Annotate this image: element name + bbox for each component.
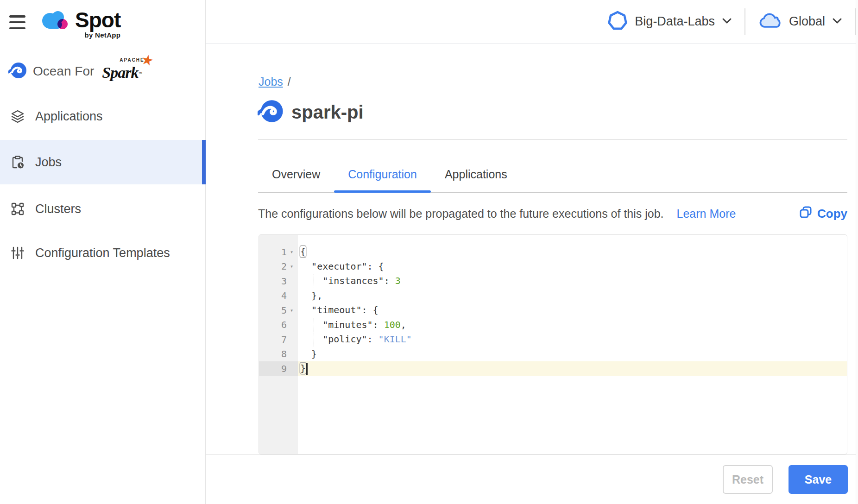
sidebar-item-jobs[interactable]: Jobs	[0, 140, 206, 184]
ocean-wave-icon	[258, 98, 284, 126]
code-line: "policy": "KILL"	[298, 332, 847, 347]
sidebar-item-label: Jobs	[35, 155, 62, 170]
gutter-line[interactable]: 6	[259, 318, 298, 333]
breadcrumb-jobs-link[interactable]: Jobs	[259, 75, 283, 88]
brand-name: Spot	[75, 9, 120, 31]
sliders-icon	[10, 246, 25, 260]
copy-icon	[799, 206, 812, 222]
ocean-wave-icon	[8, 61, 27, 82]
fold-toggle-icon[interactable]: ▾	[287, 249, 297, 255]
apache-spark-logo: APACHE Spark™	[102, 61, 142, 82]
org-selector[interactable]: Big-Data-Labs	[595, 11, 744, 33]
code-line: }	[298, 361, 847, 376]
indent-guide	[314, 318, 314, 332]
gutter-line[interactable]: 2▾	[259, 259, 298, 274]
copy-button[interactable]: Copy	[799, 206, 847, 222]
learn-more-link[interactable]: Learn More	[677, 207, 736, 220]
sidebar-item-label: Clusters	[35, 202, 81, 216]
heptagon-icon	[607, 11, 628, 33]
code-line: "instances": 3	[298, 274, 847, 289]
product-prefix: Ocean For	[33, 64, 94, 79]
page-title-row: spark-pi	[258, 98, 364, 126]
indent-guide	[314, 333, 314, 346]
org-name: Big-Data-Labs	[635, 14, 715, 29]
layers-icon	[10, 109, 25, 124]
gutter-line[interactable]: 8	[259, 347, 298, 362]
breadcrumb: Jobs/	[259, 75, 291, 88]
code-line: {	[298, 245, 847, 259]
editor-gutter: 1▾2▾345▾6789	[259, 235, 298, 454]
code-line: "executor": {	[298, 259, 847, 274]
code-line: "minutes": 100,	[298, 318, 847, 333]
page-title: spark-pi	[291, 102, 364, 123]
app-window: Spot by NetApp Ocean For APACHE Spark™	[0, 0, 858, 504]
gutter-line[interactable]: 3	[259, 274, 298, 289]
reset-button[interactable]: Reset	[723, 465, 773, 494]
indent-guide	[314, 274, 314, 288]
product-ocean-for-spark[interactable]: Ocean For APACHE Spark™	[8, 61, 142, 82]
sidebar-item-clusters[interactable]: Clusters	[0, 190, 206, 228]
sidebar-item-configuration-templates[interactable]: Configuration Templates	[0, 234, 206, 272]
tab-bar: Overview Configuration Applications	[258, 160, 847, 193]
scope-name: Global	[789, 14, 825, 29]
breadcrumb-separator: /	[288, 75, 291, 88]
save-button[interactable]: Save	[789, 465, 848, 494]
code-line: }	[298, 347, 847, 362]
sidebar-item-applications[interactable]: Applications	[0, 97, 206, 135]
gutter-line[interactable]: 9	[259, 361, 298, 376]
clipboard-clock-icon	[10, 155, 25, 170]
code-line: "timeout": {	[298, 303, 847, 318]
sidebar-item-label: Configuration Templates	[35, 246, 170, 260]
tab-applications[interactable]: Applications	[431, 160, 521, 192]
config-note-row: The configurations below will be propaga…	[258, 206, 847, 222]
clusters-grid-icon	[10, 202, 25, 216]
gutter-line[interactable]: 5▾	[259, 303, 298, 318]
spark-label: Spark	[102, 64, 138, 81]
json-config-editor[interactable]: 1▾2▾345▾6789 { "executor": { "instances"…	[259, 234, 847, 454]
editor-code: { "executor": { "instances": 3 }, "timeo…	[298, 235, 847, 454]
gutter-line[interactable]: 1▾	[259, 245, 298, 259]
sidebar-item-label: Applications	[35, 109, 103, 124]
chevron-down-icon	[832, 18, 842, 26]
scope-selector[interactable]: Global	[745, 12, 855, 32]
title-divider	[258, 139, 847, 140]
page-scrollbar-track[interactable]	[856, 0, 858, 504]
spot-cloud-icon	[40, 9, 70, 34]
gutter-line[interactable]: 4	[259, 289, 298, 303]
fold-toggle-icon[interactable]: ▾	[287, 263, 297, 270]
code-line: },	[298, 289, 847, 303]
spark-star-icon	[139, 51, 155, 69]
cloud-icon	[758, 12, 782, 32]
gutter-line[interactable]: 7	[259, 332, 298, 347]
tab-configuration[interactable]: Configuration	[334, 160, 431, 192]
copy-label: Copy	[817, 207, 847, 221]
fold-toggle-icon[interactable]: ▾	[287, 307, 297, 314]
action-footer: Reset Save	[206, 454, 858, 504]
sidebar: Spot by NetApp Ocean For APACHE Spark™	[0, 0, 206, 504]
top-header: Big-Data-Labs Global	[206, 0, 858, 44]
brand-byline: by NetApp	[85, 31, 121, 39]
chevron-down-icon	[722, 18, 732, 26]
config-note-text: The configurations below will be propaga…	[258, 207, 664, 220]
hamburger-menu-icon[interactable]	[9, 15, 25, 29]
tab-overview[interactable]: Overview	[258, 160, 334, 192]
text-cursor	[306, 363, 308, 375]
spot-logo[interactable]: Spot by NetApp	[40, 9, 120, 39]
